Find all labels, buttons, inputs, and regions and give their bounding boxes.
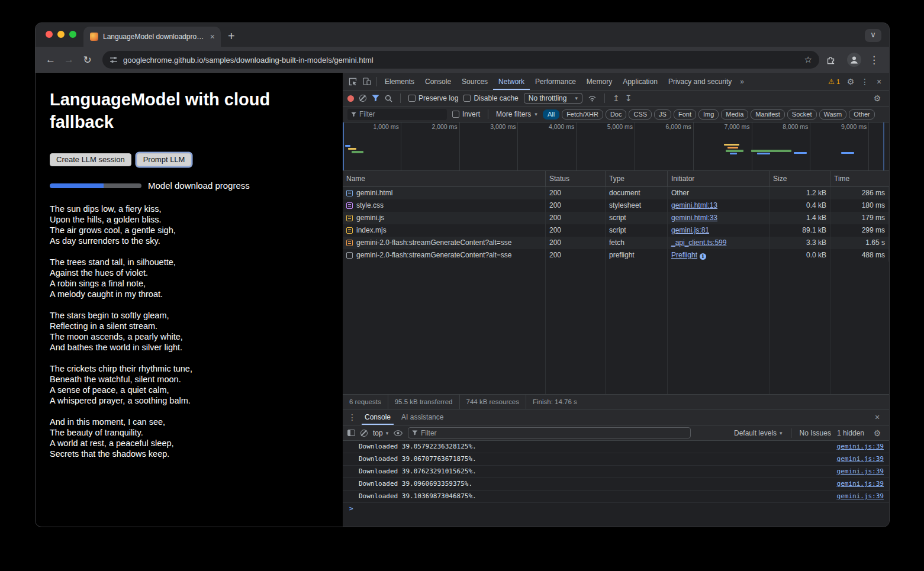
initiator-link[interactable]: Preflight <box>671 251 697 259</box>
initiator-link[interactable]: gemini.js:81 <box>671 226 709 234</box>
filter-chip-manifest[interactable]: Manifest <box>751 109 785 120</box>
omnibox[interactable]: googlechrome.github.io/samples/downloadi… <box>102 51 819 69</box>
network-request-row[interactable]: gemini.js 200 script gemini.html:33 1.4 … <box>343 212 889 224</box>
initiator-link[interactable]: _api_client.ts:599 <box>671 238 726 247</box>
create-llm-session-button[interactable]: Create LLM session <box>50 153 131 166</box>
initiator-link[interactable]: gemini.html:33 <box>671 214 717 222</box>
filter-chip-img[interactable]: Img <box>698 109 719 120</box>
log-levels-select[interactable]: Default levels ▾ <box>734 429 783 437</box>
profile-avatar[interactable] <box>847 53 861 67</box>
tab-console[interactable]: Console <box>420 73 456 90</box>
import-har-icon[interactable]: ↥ <box>613 94 620 102</box>
filter-chip-font[interactable]: Font <box>674 109 696 120</box>
browser-menu-icon[interactable]: ⋮ <box>866 54 882 66</box>
initiator-link[interactable]: gemini.html:13 <box>671 201 717 209</box>
devtools-menu-icon[interactable]: ⋮ <box>858 77 872 86</box>
inspect-element-icon[interactable] <box>346 78 360 86</box>
maximize-window-button[interactable] <box>69 31 76 38</box>
message-source-link[interactable]: gemini.js:39 <box>837 466 884 478</box>
filter-chip-all[interactable]: All <box>543 109 559 120</box>
network-overview-timeline[interactable]: 1,000 ms 2,000 ms 3,000 ms 4,000 ms 5,00… <box>343 122 889 171</box>
more-filters-button[interactable]: More filters ▾ <box>496 110 537 118</box>
hidden-messages[interactable]: 1 hidden <box>837 429 864 437</box>
bookmark-star-icon[interactable]: ☆ <box>804 54 812 65</box>
issues-status[interactable]: No Issues <box>800 429 831 437</box>
record-icon[interactable] <box>347 95 354 102</box>
throttling-select[interactable]: No throttling ▾ <box>524 93 582 104</box>
export-har-icon[interactable]: ↧ <box>625 94 632 102</box>
network-conditions-icon[interactable] <box>588 95 597 102</box>
message-source-link[interactable]: gemini.js:39 <box>837 478 884 490</box>
filter-chip-socket[interactable]: Socket <box>787 109 817 120</box>
network-filter-input[interactable] <box>359 110 443 118</box>
tab-application[interactable]: Application <box>617 73 663 90</box>
column-header-status[interactable]: Status <box>546 171 606 186</box>
tab-search-button[interactable]: ∨ <box>865 29 881 42</box>
network-request-row[interactable]: gemini-2.0-flash:streamGenerateContent?a… <box>343 249 889 262</box>
clear-console-icon[interactable] <box>360 430 368 437</box>
poem-stanza: The crickets chirp their rhythmic tune, … <box>50 363 328 406</box>
network-request-row[interactable]: gemini.html 200 document Other 1.2 kB 28… <box>343 187 889 199</box>
issues-badge[interactable]: ⚠ 1 <box>828 78 840 86</box>
drawer-close-icon[interactable]: × <box>870 412 884 422</box>
site-settings-icon[interactable] <box>110 56 118 63</box>
message-source-link[interactable]: gemini.js:39 <box>837 441 884 453</box>
minimize-window-button[interactable] <box>57 31 65 38</box>
clear-icon[interactable] <box>359 95 366 102</box>
forward-icon[interactable]: → <box>61 54 77 66</box>
console-sidebar-icon[interactable] <box>347 430 355 436</box>
device-toolbar-icon[interactable] <box>360 78 374 85</box>
tab-memory[interactable]: Memory <box>581 73 617 90</box>
browser-tab[interactable]: LanguageModel downloadpro… × <box>83 27 221 47</box>
column-header-size[interactable]: Size <box>770 171 830 186</box>
tab-sources[interactable]: Sources <box>456 73 493 90</box>
invert-checkbox[interactable]: Invert <box>452 110 480 118</box>
tab-elements[interactable]: Elements <box>379 73 420 90</box>
column-header-name[interactable]: Name <box>343 171 546 186</box>
preserve-log-checkbox[interactable]: Preserve log <box>408 94 458 102</box>
tab-privacy-and-security[interactable]: Privacy and security <box>663 73 737 90</box>
filter-chip-wasm[interactable]: Wasm <box>819 109 847 120</box>
search-icon[interactable] <box>385 95 392 102</box>
filter-chip-other[interactable]: Other <box>849 109 875 120</box>
eye-icon[interactable] <box>394 430 403 436</box>
new-tab-button[interactable]: + <box>228 30 235 42</box>
filter-chip-js[interactable]: JS <box>654 109 671 120</box>
message-source-link[interactable]: gemini.js:39 <box>837 453 884 465</box>
console-prompt[interactable]: > <box>343 503 889 515</box>
tab-close-icon[interactable]: × <box>209 33 216 41</box>
column-header-time[interactable]: Time <box>830 171 889 186</box>
back-icon[interactable]: ← <box>43 54 59 66</box>
filter-toggle-icon[interactable] <box>372 95 379 102</box>
filter-chip-css[interactable]: CSS <box>629 109 652 120</box>
console-filter-input[interactable] <box>421 429 687 437</box>
poem-line: A world at rest, a peaceful sleep, <box>50 438 328 449</box>
preflight-info-icon[interactable] <box>700 253 706 260</box>
disable-cache-checkbox[interactable]: Disable cache <box>463 94 518 102</box>
drawer-tab-ai-assistance[interactable]: AI assistance <box>398 409 446 425</box>
devtools-close-icon[interactable]: × <box>872 77 886 86</box>
drawer-tab-console[interactable]: Console <box>362 409 394 425</box>
context-selector[interactable]: top ▾ <box>373 429 388 437</box>
filter-chip-fetch-xhr[interactable]: Fetch/XHR <box>562 109 603 120</box>
drawer-menu-icon[interactable]: ⋮ <box>347 412 357 422</box>
network-request-row[interactable]: style.css 200 stylesheet gemini.html:13 … <box>343 199 889 212</box>
close-window-button[interactable] <box>46 31 53 38</box>
reload-icon[interactable]: ↻ <box>79 54 95 66</box>
message-source-link[interactable]: gemini.js:39 <box>837 491 884 502</box>
console-settings-icon[interactable]: ⚙ <box>870 428 884 438</box>
extensions-icon[interactable] <box>826 56 842 64</box>
column-header-initiator[interactable]: Initiator <box>668 171 770 186</box>
tab-network[interactable]: Network <box>493 73 530 90</box>
network-request-row[interactable]: gemini-2.0-flash:streamGenerateContent?a… <box>343 237 889 249</box>
filter-chip-doc[interactable]: Doc <box>606 109 627 120</box>
devtools-settings-icon[interactable]: ⚙ <box>843 77 858 86</box>
network-settings-icon[interactable]: ⚙ <box>870 93 884 103</box>
filter-chip-media[interactable]: Media <box>721 109 748 120</box>
tab-performance[interactable]: Performance <box>530 73 581 90</box>
url-text[interactable]: googlechrome.github.io/samples/downloadi… <box>123 56 799 64</box>
network-request-row[interactable]: index.mjs 200 script gemini.js:81 89.1 k… <box>343 224 889 237</box>
prompt-llm-button[interactable]: Prompt LLM <box>137 153 192 166</box>
column-header-type[interactable]: Type <box>606 171 668 186</box>
more-tabs-icon[interactable]: » <box>737 78 747 86</box>
